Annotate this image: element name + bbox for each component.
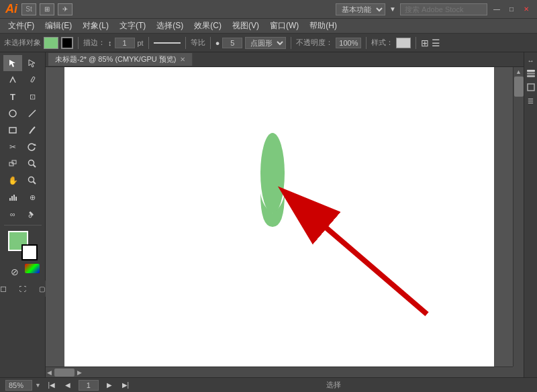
chart-tool[interactable] xyxy=(3,189,22,205)
shape-dropdown[interactable]: 点圆形 xyxy=(245,37,286,49)
line-tool[interactable] xyxy=(23,105,42,121)
title-icon-1[interactable]: St xyxy=(21,3,36,15)
stroke-label: 描边： xyxy=(83,38,105,48)
document-tab[interactable]: 未标题-2* @ 85% (CMYK/GPU 预览) ✕ xyxy=(48,53,193,66)
menu-effect[interactable]: 效果(C) xyxy=(189,19,227,33)
type-tool[interactable]: T xyxy=(3,89,22,105)
title-icons: St ⊞ ✈ xyxy=(21,3,75,15)
scissors-tool[interactable]: ✂ xyxy=(3,139,22,155)
menu-edit[interactable]: 编辑(E) xyxy=(40,19,77,33)
panel-icon-4[interactable]: ☰ xyxy=(526,95,536,106)
nav-next-button[interactable]: ▶ xyxy=(104,380,115,391)
menu-help[interactable]: 帮助(H) xyxy=(304,19,342,33)
stroke-swatch[interactable] xyxy=(21,244,38,260)
style-preview[interactable] xyxy=(396,38,411,48)
separator-7 xyxy=(416,37,416,49)
zoom-tool-2[interactable] xyxy=(23,173,42,189)
fullscreen-view[interactable]: ⛶ xyxy=(13,281,32,297)
none-color[interactable]: ⊘ xyxy=(5,264,24,280)
nav-first-button[interactable]: |◀ xyxy=(46,380,57,391)
nav-prev-button[interactable]: ◀ xyxy=(62,380,73,391)
normal-view[interactable]: ◻ xyxy=(0,281,13,297)
svg-point-16 xyxy=(29,215,32,217)
tab-bar: 未标题-2* @ 85% (CMYK/GPU 预览) ✕ xyxy=(46,52,524,67)
zoom-tool[interactable] xyxy=(23,156,42,172)
scale-tool[interactable] xyxy=(3,156,22,172)
tool-row-8: ✋ xyxy=(3,173,42,189)
stock-search[interactable] xyxy=(400,3,487,15)
zoom-dropdown-arrow[interactable]: ▼ xyxy=(35,382,41,389)
v-scroll-thumb[interactable] xyxy=(514,77,524,97)
page-number[interactable]: 1 xyxy=(79,380,99,391)
menu-bar: 文件(F) 编辑(E) 对象(L) 文字(T) 选择(S) 效果(C) 视图(V… xyxy=(0,19,537,34)
tab-title: 未标题-2* @ 85% (CMYK/GPU 预览) xyxy=(55,54,176,64)
menu-view[interactable]: 视图(V) xyxy=(227,19,264,33)
tool-row-10: ∞ xyxy=(3,206,42,222)
svg-line-10 xyxy=(34,182,36,185)
eyedropper-tool[interactable] xyxy=(23,206,42,222)
svg-line-2 xyxy=(29,110,36,117)
vertical-scrollbar[interactable]: ▲ xyxy=(513,67,524,366)
svg-rect-12 xyxy=(11,196,13,201)
scroll-left-button[interactable]: ◀ xyxy=(46,369,53,376)
scroll-right-button[interactable]: ▶ xyxy=(76,369,83,376)
dot-count[interactable]: 5 xyxy=(222,38,242,48)
color-mode[interactable] xyxy=(25,264,40,273)
view-mode-row: ◻ ⛶ ▢ xyxy=(0,281,52,297)
minimize-button[interactable]: — xyxy=(491,4,502,15)
stroke-color-swatch[interactable] xyxy=(61,37,73,49)
status-text: 选择 xyxy=(326,380,341,390)
svg-rect-21 xyxy=(527,72,535,75)
canvas-scroll[interactable] xyxy=(46,67,513,366)
maximize-button[interactable]: □ xyxy=(506,4,517,15)
style-label: 样式： xyxy=(371,38,393,48)
panels-icon[interactable]: ⊞ xyxy=(421,38,429,48)
svg-rect-20 xyxy=(527,75,535,77)
stroke-value[interactable]: 1 xyxy=(115,38,135,48)
horizontal-scrollbar[interactable]: ◀ ▶ xyxy=(46,366,513,377)
ratio-label: 等比 xyxy=(191,38,205,48)
touch-tool[interactable]: ⊡ xyxy=(23,89,42,105)
scroll-up-button[interactable]: ▲ xyxy=(516,68,522,75)
fill-color-swatch[interactable] xyxy=(44,37,58,49)
stroke-unit: pt xyxy=(138,39,144,47)
unselected-label: 未选择对象 xyxy=(4,38,41,48)
menu-extra-icon[interactable]: ☰ xyxy=(432,38,440,48)
title-icon-3[interactable]: ✈ xyxy=(58,3,72,15)
rotate-tool[interactable] xyxy=(23,139,42,155)
menu-type[interactable]: 文字(T) xyxy=(114,19,151,33)
tab-close-button[interactable]: ✕ xyxy=(180,56,185,63)
blend-tool[interactable]: ∞ xyxy=(3,206,22,222)
select-tool[interactable] xyxy=(3,55,22,71)
panel-icon-artboard[interactable] xyxy=(526,82,536,93)
menu-window[interactable]: 窗口(W) xyxy=(264,19,304,33)
pen-tool[interactable] xyxy=(3,72,22,88)
canvas-area: 未标题-2* @ 85% (CMYK/GPU 预览) ✕ xyxy=(46,52,524,377)
pencil-tool[interactable] xyxy=(23,72,42,88)
tool-row-5 xyxy=(3,122,42,138)
svg-rect-0 xyxy=(31,77,36,82)
title-icon-2[interactable]: ⊞ xyxy=(40,3,54,15)
nav-last-button[interactable]: ▶| xyxy=(120,380,131,391)
menu-object[interactable]: 对象(L) xyxy=(77,19,114,33)
zoom-value[interactable]: 85% xyxy=(5,380,32,391)
panel-icon-1[interactable]: ↔ xyxy=(526,55,536,66)
close-button[interactable]: ✕ xyxy=(521,4,532,15)
h-scroll-thumb[interactable] xyxy=(54,369,75,377)
symbol-tool[interactable]: ⊕ xyxy=(23,189,42,205)
main-area: T ⊡ ✂ xyxy=(0,52,537,377)
ellipse-tool[interactable] xyxy=(3,105,22,121)
direct-select-tool[interactable] xyxy=(23,55,42,71)
stroke-line xyxy=(154,42,181,44)
menu-select[interactable]: 选择(S) xyxy=(151,19,189,33)
rectangle-tool[interactable] xyxy=(3,122,22,138)
workspace-dropdown[interactable]: 基本功能 xyxy=(336,3,385,15)
separator-3 xyxy=(185,37,186,49)
dot-indicator: ● xyxy=(215,39,220,47)
menu-file[interactable]: 文件(F) xyxy=(3,19,40,33)
hand-tool[interactable]: ✋ xyxy=(3,173,22,189)
paintbrush-tool[interactable] xyxy=(23,122,42,138)
opacity-value[interactable]: 100% xyxy=(336,38,361,48)
svg-rect-3 xyxy=(9,128,16,133)
panel-icon-layers[interactable] xyxy=(526,68,536,79)
